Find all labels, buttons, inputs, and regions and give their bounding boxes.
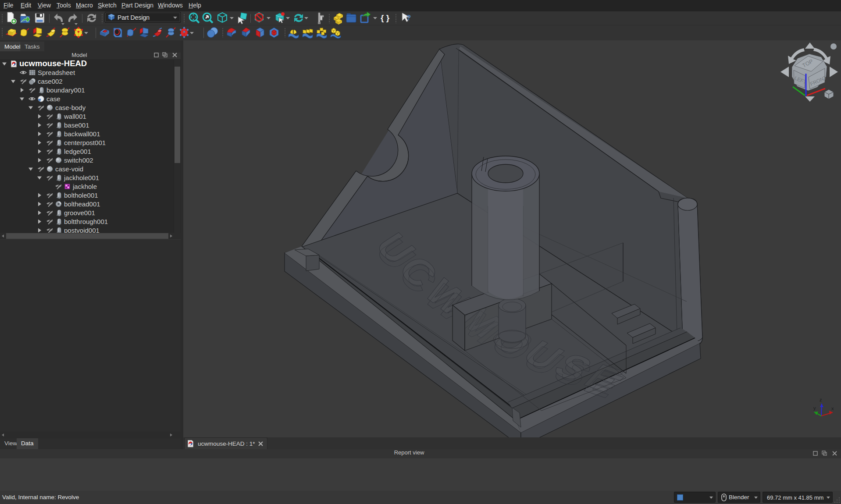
svg-text:jackhole: jackhole (72, 183, 97, 190)
svg-text:Part Design: Part Design (118, 14, 150, 21)
svg-text:?: ? (406, 14, 411, 22)
svg-text:bolthole001: bolthole001 (64, 192, 98, 199)
svg-text:bolthead001: bolthead001 (64, 200, 100, 208)
svg-text:switch002: switch002 (64, 156, 93, 164)
svg-text:ledge001: ledge001 (64, 148, 91, 155)
svg-text:case-body: case-body (55, 104, 86, 111)
svg-text:wall001: wall001 (64, 113, 86, 120)
svg-text:jackhole001: jackhole001 (64, 174, 99, 181)
svg-text:boundary001: boundary001 (46, 86, 85, 94)
svg-text:z: z (820, 397, 822, 402)
svg-text:case-void: case-void (55, 165, 83, 173)
svg-text:{ }: { } (381, 13, 390, 22)
svg-text:case: case (46, 95, 61, 103)
svg-text:groove001: groove001 (64, 209, 95, 217)
svg-text:ucwmouse-HEAD : 1*: ucwmouse-HEAD : 1* (198, 440, 255, 447)
svg-text:boltthrough001: boltthrough001 (64, 218, 108, 225)
svg-text:centerpost001: centerpost001 (64, 139, 106, 146)
svg-text:base001: base001 (64, 121, 89, 129)
svg-text:y: y (813, 405, 816, 411)
svg-text:Spreadsheet: Spreadsheet (38, 69, 75, 76)
svg-text:postvoid001: postvoid001 (64, 227, 100, 233)
svg-text:x: x (831, 406, 834, 411)
svg-text:backwall001: backwall001 (64, 130, 100, 138)
svg-text:ucwmouse-HEAD: ucwmouse-HEAD (19, 59, 87, 68)
svg-text:case002: case002 (38, 78, 63, 85)
